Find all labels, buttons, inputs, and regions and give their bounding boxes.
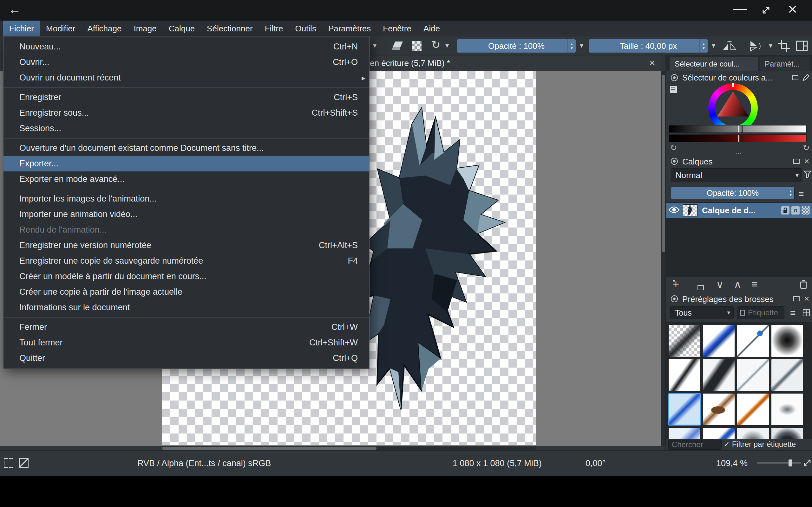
size-dropdown-icon[interactable]: ▾ [712, 42, 715, 50]
brush-preset[interactable] [771, 359, 803, 391]
menu-item-exporter[interactable]: Exporter... [3, 156, 369, 171]
tag-search-field[interactable] [737, 306, 784, 319]
docker-resize-handle[interactable]: ⋯ [666, 149, 812, 157]
menu-item-ouvrir[interactable]: Ouvrir...Ctrl+O [3, 55, 369, 70]
zoom-percent[interactable]: 109,4 % [716, 451, 748, 476]
menu-item-copie-sauvegarde[interactable]: Enregistrer une copie de sauvegarde numé… [3, 253, 369, 269]
menu-filtre[interactable]: Filtre [259, 20, 289, 37]
menu-fenetre[interactable]: Fenêtre [377, 20, 417, 37]
docker-close-icon[interactable]: × [804, 294, 809, 304]
menu-item-importer-animation-video[interactable]: Importer une animation vidéo... [3, 207, 369, 222]
mirror-vertical-icon[interactable] [749, 40, 764, 54]
zoom-slider[interactable] [757, 462, 801, 464]
opacity-slider[interactable]: Opacité : 100% ▴▾ [457, 39, 576, 53]
delete-layer-button[interactable] [799, 279, 808, 292]
layer-row[interactable]: Calque de d... α [666, 203, 812, 218]
layer-thumbnail[interactable] [683, 205, 698, 216]
canvas-vertical-scrollbar[interactable] [661, 71, 665, 446]
docker-menu-icon[interactable] [671, 74, 678, 81]
layer-name[interactable]: Calque de d... [702, 206, 756, 216]
visibility-eye-icon[interactable] [668, 206, 680, 215]
zoom-slider-handle[interactable] [789, 459, 792, 466]
menu-item-creer-copie[interactable]: Créer une copie à partir de l'image actu… [3, 284, 369, 300]
size-spinner[interactable]: ▴▾ [699, 39, 708, 53]
duplicate-layer-button[interactable] [698, 280, 704, 293]
lock-icon[interactable] [781, 206, 790, 215]
brush-preset[interactable] [771, 428, 803, 439]
menu-item-creer-modele[interactable]: Créer un modèle à partir du document en … [3, 269, 369, 284]
color-history-icon[interactable] [670, 86, 677, 94]
eraser-mode-icon[interactable] [391, 40, 405, 54]
menu-item-quitter[interactable]: QuitterCtrl+Q [3, 350, 369, 366]
menu-item-exporter-avance[interactable]: Exporter en mode avancé... [3, 171, 369, 187]
brush-preset[interactable] [703, 428, 735, 439]
brush-preset[interactable] [668, 359, 701, 391]
canvas-only-icon[interactable] [19, 458, 29, 468]
vscroll-thumb[interactable] [662, 75, 665, 252]
docker-close-icon[interactable]: × [804, 156, 809, 166]
brush-preset[interactable] [703, 359, 735, 391]
brush-preset[interactable] [771, 325, 803, 357]
menu-item-ouvrir-recent[interactable]: Ouvrir un document récent▸ [3, 70, 369, 86]
menu-item-nouveau[interactable]: Nouveau...Ctrl+N [3, 39, 369, 55]
tab-color-selector[interactable]: Sélecteur de coul... [670, 57, 758, 71]
mirror-horizontal-icon[interactable] [722, 40, 737, 54]
tab-settings[interactable]: Paramèt... [760, 57, 810, 71]
brush-preset[interactable] [737, 428, 769, 439]
menu-item-enregistrer[interactable]: EnregistrerCtrl+S [3, 90, 369, 105]
menu-item-sessions[interactable]: Sessions... [3, 121, 369, 136]
menu-fichier[interactable]: Fichier [3, 20, 40, 37]
menu-item-fermer[interactable]: FermerCtrl+W [3, 320, 369, 335]
docker-menu-icon[interactable] [671, 295, 678, 302]
menu-item-ouverture-document-existant[interactable]: Ouverture d'un document existant comme D… [3, 140, 369, 156]
menu-calque[interactable]: Calque [163, 20, 201, 37]
menu-item-informations-document[interactable]: Informations sur le document [3, 300, 369, 315]
brush-preset[interactable] [668, 428, 701, 439]
menu-item-tout-fermer[interactable]: Tout fermerCtrl+Shift+W [3, 335, 369, 350]
fit-zoom-icon[interactable] [803, 459, 811, 468]
brush-preset[interactable] [737, 393, 769, 426]
tag-filter-select[interactable]: Tous ▾ [670, 306, 734, 319]
move-layer-down-button[interactable]: ∨ [716, 278, 724, 291]
reload-dropdown-icon[interactable]: ▾ [445, 42, 449, 50]
brush-preset[interactable] [737, 359, 769, 391]
hscroll-thumb[interactable] [162, 447, 376, 450]
brush-search-input[interactable] [669, 440, 716, 449]
blend-mode-select[interactable]: Normal ▾ [671, 168, 802, 182]
grid-view-icon[interactable] [803, 309, 810, 316]
brush-preset[interactable] [771, 393, 803, 426]
tab-close-icon[interactable]: × [649, 57, 655, 69]
layer-opacity-slider[interactable]: Opacité: 100% ▴▾ [671, 187, 795, 199]
edit-icon[interactable] [802, 74, 810, 83]
alpha-lock-icon[interactable] [802, 206, 810, 215]
filter-by-tag-checkbox[interactable]: ✓ Filtrer par étiquette [723, 440, 796, 449]
opacity-spinner[interactable]: ▴▾ [567, 39, 576, 53]
layer-opacity-spinner[interactable]: ▴▾ [786, 187, 794, 199]
list-view-icon[interactable]: ≡ [790, 308, 796, 319]
tool-dropdown-icon[interactable]: ▾ [373, 42, 376, 50]
brush-preset[interactable] [703, 393, 735, 426]
docker-float-icon[interactable] [793, 296, 800, 301]
brush-preset-selected[interactable] [668, 393, 701, 426]
menu-outils[interactable]: Outils [289, 20, 322, 37]
reload-original-preset-icon[interactable]: ↻ [432, 38, 441, 51]
brush-preset[interactable] [668, 325, 701, 357]
document-tab[interactable]: en écriture (5,7 MiB) * [370, 55, 450, 71]
menu-parametres[interactable]: Paramètres [322, 20, 377, 37]
filter-layers-icon[interactable] [803, 170, 812, 180]
image-size-info[interactable]: 1 080 x 1 080 (5,7 MiB) [453, 451, 542, 476]
layer-options-icon[interactable]: ≡ [798, 188, 804, 199]
menu-modifier[interactable]: Modifier [40, 20, 81, 37]
brush-search-field[interactable] [668, 440, 722, 450]
menu-aide[interactable]: Aide [417, 20, 446, 37]
maximize-icon[interactable] [761, 5, 771, 17]
menu-item-enregistrer-sous[interactable]: Enregistrer sous...Ctrl+Shift+S [3, 105, 369, 121]
rotation-angle[interactable]: 0,00° [586, 451, 606, 476]
docker-float-icon[interactable] [793, 159, 800, 164]
selection-mode-icon[interactable] [4, 458, 13, 468]
inherit-alpha-icon[interactable]: α [792, 206, 800, 215]
move-layer-up-button[interactable]: ∧ [734, 278, 742, 291]
menu-image[interactable]: Image [128, 20, 162, 37]
brush-preset[interactable] [703, 325, 735, 357]
brush-size-slider[interactable]: Taille : 40,00 px ▴▾ [589, 39, 708, 53]
